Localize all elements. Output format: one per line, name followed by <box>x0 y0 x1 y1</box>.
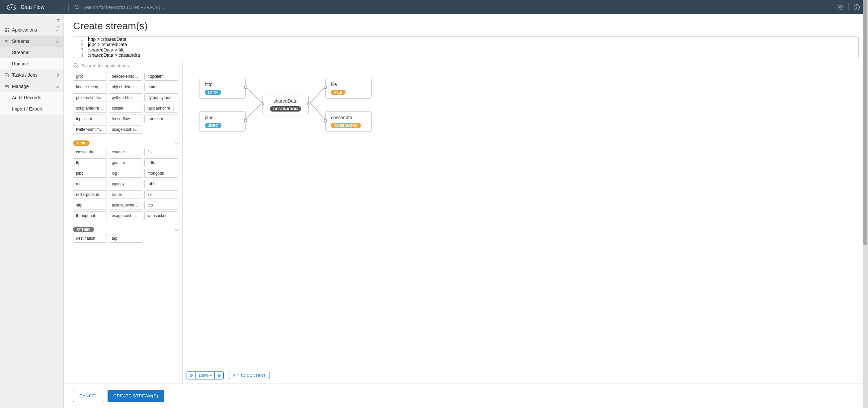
palette-app-task-launcher-d-[interactable]: task-launcher-d… <box>109 201 143 210</box>
palette-app-hdfs[interactable]: hdfs <box>145 158 178 167</box>
palette-app-ftp[interactable]: ftp <box>73 158 107 167</box>
zoom-out-button[interactable] <box>187 372 196 379</box>
fit-to-content-button[interactable]: FIT TO CONTENT <box>229 372 270 379</box>
palette-app-object-detection[interactable]: object-detection <box>109 83 143 91</box>
settings-button[interactable] <box>836 3 845 12</box>
sidebar-item-streams[interactable]: Streams <box>0 35 63 47</box>
footer-actions: CANCEL CREATE STREAM(S) <box>64 383 868 408</box>
svg-rect-8 <box>6 28 7 29</box>
palette-app-httpclient[interactable]: httpclient <box>145 72 178 81</box>
svg-point-19 <box>74 63 78 67</box>
palette-app-redis-pubsub[interactable]: redis-pubsub <box>73 190 107 199</box>
svg-rect-7 <box>5 28 6 29</box>
palette-app-transform[interactable]: transform <box>145 115 178 123</box>
global-search-input[interactable] <box>83 5 836 10</box>
palette-app-header-enricher[interactable]: header-enricher <box>109 72 143 81</box>
palette-app-websocket[interactable]: websocket <box>145 212 178 220</box>
palette-app-scriptable-transf-[interactable]: scriptable-transf… <box>73 104 107 113</box>
palette-app-python-jython[interactable]: python-jython <box>145 93 178 102</box>
zoom-control: 100% <box>187 372 224 379</box>
palette-section-other[interactable]: OTHER <box>73 223 178 234</box>
palette-app-tcp[interactable]: tcp <box>145 201 178 210</box>
sidebar-subitem-streams[interactable]: Streams <box>0 47 63 58</box>
flow-canvas[interactable]: httpHTTPjdbcJDBCsharedDataDESTINATIONfil… <box>183 61 859 383</box>
svg-rect-12 <box>8 30 9 31</box>
search-icon <box>74 4 80 10</box>
dsl-editor[interactable]: 1http > :sharedData2jdbc > :sharedData3:… <box>73 36 859 58</box>
palette-app-tensorflow[interactable]: tensorflow <box>109 115 143 123</box>
palette-app-destination[interactable]: destination <box>73 234 107 243</box>
flow-node-cass[interactable]: cassandraCASSANDRA <box>325 111 372 132</box>
palette-app-tap[interactable]: tap <box>109 234 143 243</box>
palette-app-throughput[interactable]: throughput <box>73 212 107 220</box>
sidebar-subitem-import-export[interactable]: Import / Export <box>0 103 63 115</box>
palette-app-jdbc[interactable]: jdbc <box>73 169 107 178</box>
sidebar-collapse-button[interactable] <box>57 17 60 29</box>
sidebar-item-tasks-jobs[interactable]: Tasks / Jobs <box>0 69 63 81</box>
palette-app-pgcopy[interactable]: pgcopy <box>109 180 143 188</box>
svg-point-6 <box>857 6 857 6</box>
sidebar-subitem-runtime[interactable]: Runtime <box>0 58 63 69</box>
sidebar-subitem-audit-records[interactable]: Audit Records <box>0 92 63 103</box>
svg-point-3 <box>840 6 841 8</box>
palette-search-input[interactable] <box>82 63 179 68</box>
palette-app-usage-cost-logg-[interactable]: usage-cost-logg… <box>109 212 143 220</box>
zoom-in-button[interactable] <box>215 372 223 379</box>
palette-app-pose-estimation[interactable]: pose-estimation <box>73 93 107 102</box>
chevron-down-icon <box>210 374 212 376</box>
input-port[interactable] <box>323 86 327 89</box>
svg-rect-18 <box>5 87 8 88</box>
chevron-down-icon <box>175 227 179 231</box>
input-port[interactable] <box>260 102 264 105</box>
page-scrollbar[interactable] <box>863 0 868 408</box>
palette-app-image-recogniti-[interactable]: image-recogniti… <box>73 83 107 91</box>
output-port[interactable] <box>307 102 310 105</box>
flow-node-http[interactable]: httpHTTP <box>199 78 246 99</box>
palette-app-log[interactable]: log <box>109 169 143 178</box>
flow-node-file[interactable]: fileFILE <box>325 78 372 99</box>
palette-app-tasklaunchreque-[interactable]: tasklaunchreque… <box>145 104 178 113</box>
palette-app-cassandra[interactable]: cassandra <box>73 148 107 156</box>
palette-app-file[interactable]: file <box>145 148 178 156</box>
search-icon <box>73 63 79 69</box>
create-streams-button[interactable]: CREATE STREAM(S) <box>107 390 164 402</box>
palette-app-python-http[interactable]: python-http <box>109 93 143 102</box>
info-button[interactable] <box>852 3 861 12</box>
chevron-down-icon <box>175 141 179 145</box>
output-port[interactable] <box>244 119 247 122</box>
svg-rect-10 <box>5 30 6 31</box>
logo-icon <box>7 4 17 11</box>
topbar: Data Flow <box>0 0 868 14</box>
palette-app-usage-cost-proc-[interactable]: usage-cost-proc… <box>109 125 143 134</box>
cancel-button[interactable]: CANCEL <box>73 390 104 402</box>
flow-node-shared[interactable]: sharedDataDESTINATION <box>262 95 309 115</box>
palette-app-rabbit[interactable]: rabbit <box>145 180 178 188</box>
sidebar-item-applications[interactable]: Applications <box>0 24 63 35</box>
minus-circle-icon <box>189 374 193 377</box>
palette-app-splitter[interactable]: splitter <box>109 104 143 113</box>
palette-app-sftp[interactable]: sftp <box>73 201 107 210</box>
palette-app-gemfire[interactable]: gemfire <box>109 158 143 167</box>
page-title: Create stream(s) <box>64 14 868 36</box>
palette-app-grpc[interactable]: grpc <box>73 72 107 81</box>
output-port[interactable] <box>244 86 247 89</box>
zoom-value[interactable]: 100% <box>196 372 215 379</box>
palette-section-sink[interactable]: SINK <box>73 137 178 148</box>
input-port[interactable] <box>323 119 327 122</box>
flow-node-jdbc[interactable]: jdbcJDBC <box>199 111 246 132</box>
palette-app-pmml[interactable]: pmml <box>145 83 178 91</box>
svg-rect-17 <box>5 85 8 86</box>
palette-app-mongodb[interactable]: mongodb <box>145 169 178 178</box>
palette-app-s-[interactable]: s3 <box>145 190 178 199</box>
svg-rect-9 <box>8 28 9 29</box>
palette-app-mqtt[interactable]: mqtt <box>73 180 107 188</box>
sidebar-item-manage[interactable]: Manage <box>0 81 63 92</box>
palette-app-tcp-client[interactable]: tcp-client <box>73 115 107 123</box>
palette-app-twitter-sentiment[interactable]: twitter-sentiment <box>73 125 107 134</box>
plus-circle-icon <box>217 374 221 377</box>
palette-app-router[interactable]: router <box>109 190 143 199</box>
sidebar: ApplicationsStreamsStreamsRuntimeTasks /… <box>0 14 64 408</box>
palette-app-counter[interactable]: counter <box>109 148 143 156</box>
svg-point-1 <box>75 5 78 9</box>
svg-rect-14 <box>6 31 7 32</box>
